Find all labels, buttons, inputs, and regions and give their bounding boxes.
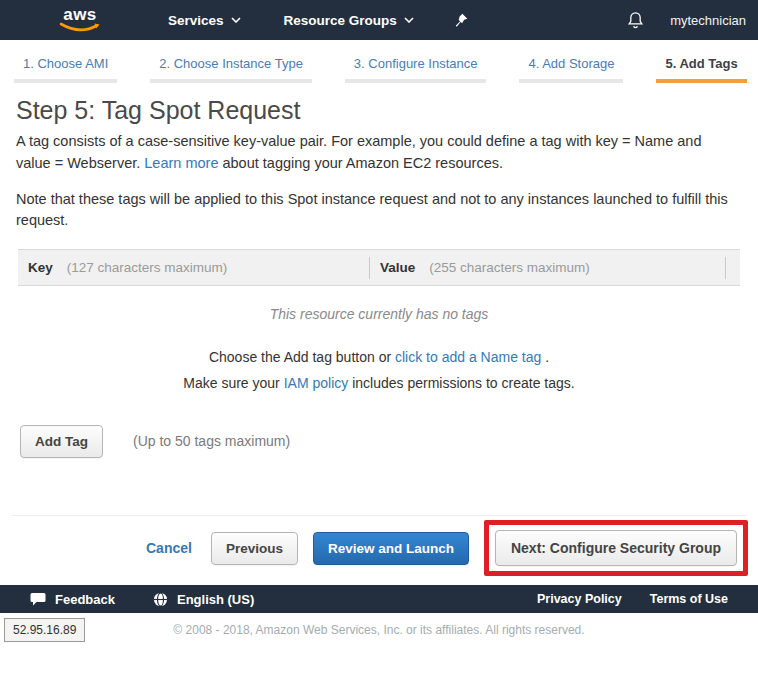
learn-more-link[interactable]: Learn more	[144, 155, 218, 171]
navbar-right: mytechnician	[627, 11, 748, 29]
privacy-policy-link[interactable]: Privacy Policy	[537, 592, 622, 606]
bell-icon[interactable]	[627, 11, 644, 29]
cancel-link[interactable]: Cancel	[146, 540, 192, 556]
aws-smile-icon	[58, 22, 102, 33]
tab-choose-ami[interactable]: 1. Choose AMI	[14, 56, 117, 83]
chevron-down-icon	[231, 17, 241, 23]
tab-configure-instance[interactable]: 3. Configure Instance	[345, 56, 487, 83]
account-menu[interactable]: mytechnician	[670, 13, 748, 28]
key-column-header: Key (127 characters maximum)	[18, 257, 370, 279]
intro-paragraph: A tag consists of a case-sensitive key-v…	[16, 131, 738, 175]
iam-policy-link[interactable]: IAM policy	[284, 375, 349, 391]
tab-choose-instance-type[interactable]: 2. Choose Instance Type	[150, 56, 312, 83]
language-label: English (US)	[177, 592, 254, 607]
iam-text-after: includes permissions to create tags.	[352, 375, 575, 391]
choose-period: .	[545, 349, 549, 365]
wizard-actions: Cancel Previous Review and Launch Next: …	[0, 520, 758, 576]
nav-services[interactable]: Services	[168, 13, 241, 28]
add-tag-button[interactable]: Add Tag	[20, 425, 103, 458]
wizard-tabs: 1. Choose AMI 2. Choose Instance Type 3.…	[0, 40, 758, 83]
copyright-text: © 2008 - 2018, Amazon Web Services, Inc.…	[0, 623, 758, 637]
tab-add-tags[interactable]: 5. Add Tags	[656, 56, 746, 83]
key-header-label: Key	[28, 260, 53, 275]
aws-logo-text: aws	[63, 7, 97, 22]
next-configure-security-group-button[interactable]: Next: Configure Security Group	[495, 530, 737, 566]
content-spacer	[0, 458, 758, 516]
previous-button[interactable]: Previous	[211, 532, 298, 565]
no-tags-message: This resource currently has no tags	[0, 306, 758, 322]
aws-logo[interactable]: aws	[58, 7, 102, 33]
nav-resource-groups-label: Resource Groups	[284, 13, 397, 28]
feedback-button[interactable]: Feedback	[30, 592, 115, 607]
max-tags-hint: (Up to 50 tags maximum)	[133, 433, 290, 449]
intro-text-after: about tagging your Amazon EC2 resources.	[222, 155, 503, 171]
nav-services-label: Services	[168, 13, 224, 28]
value-header-hint: (255 characters maximum)	[429, 260, 590, 275]
tag-table-header: Key (127 characters maximum) Value (255 …	[18, 249, 740, 286]
tag-table: Key (127 characters maximum) Value (255 …	[18, 249, 740, 286]
footer-bar: Feedback English (US) Privacy Policy Ter…	[0, 585, 758, 613]
nav-resource-groups[interactable]: Resource Groups	[284, 13, 414, 28]
add-name-tag-link[interactable]: click to add a Name tag	[395, 349, 541, 365]
iam-text-before: Make sure your	[183, 375, 279, 391]
chevron-down-icon	[404, 17, 414, 23]
note-paragraph: Note that these tags will be applied to …	[16, 189, 738, 233]
value-header-label: Value	[380, 260, 415, 275]
browser-status-bubble: 52.95.16.89	[4, 618, 85, 642]
language-button[interactable]: English (US)	[153, 592, 254, 607]
pin-icon[interactable]	[454, 13, 468, 28]
top-navbar: aws Services Resource Groups	[0, 0, 758, 40]
page: aws Services Resource Groups	[0, 0, 758, 695]
bottom-strip: © 2008 - 2018, Amazon Web Services, Inc.…	[0, 613, 758, 695]
value-column-header: Value (255 characters maximum)	[370, 257, 726, 279]
add-name-tag-line: Choose the Add tag button or click to ad…	[0, 346, 758, 368]
footer-links: Privacy Policy Terms of Use	[537, 592, 728, 606]
red-highlight-annotation: Next: Configure Security Group	[484, 520, 748, 576]
speech-bubble-icon	[30, 592, 46, 607]
tab-add-storage[interactable]: 4. Add Storage	[519, 56, 623, 83]
key-header-hint: (127 characters maximum)	[67, 260, 228, 275]
add-tag-row: Add Tag (Up to 50 tags maximum)	[20, 425, 758, 458]
choose-text: Choose the Add tag button or	[209, 349, 391, 365]
review-and-launch-button[interactable]: Review and Launch	[313, 532, 469, 565]
terms-of-use-link[interactable]: Terms of Use	[650, 592, 728, 606]
feedback-label: Feedback	[55, 592, 115, 607]
iam-policy-line: Make sure your IAM policy includes permi…	[0, 372, 758, 394]
globe-icon	[153, 592, 168, 607]
actions-separator	[12, 515, 746, 516]
page-title: Step 5: Tag Spot Request	[16, 96, 742, 125]
